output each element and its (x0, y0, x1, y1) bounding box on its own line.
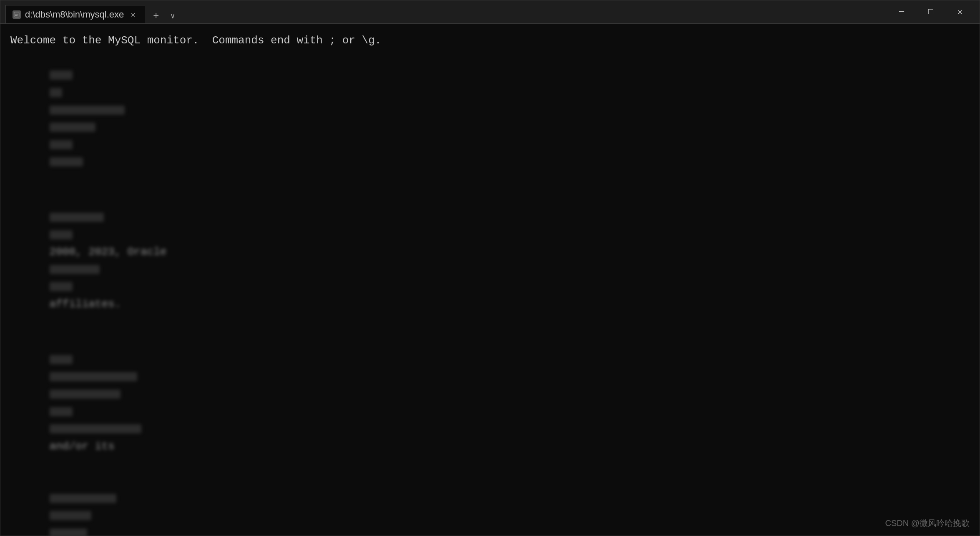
maximize-button[interactable]: □ (916, 0, 945, 24)
terminal-line-license2: ay be used (10, 473, 970, 536)
close-button[interactable]: ✕ (945, 0, 975, 24)
tab-close-button[interactable]: ✕ (128, 10, 138, 20)
terminal-window: d:\dbs\m8\bin\mysql.exe ✕ + ∨ ─ □ ✕ Welc… (0, 0, 980, 536)
tab-title: d:\dbs\m8\bin\mysql.exe (25, 9, 124, 20)
terminal-body[interactable]: Welcome to the MySQL monitor. Commands e… (0, 24, 980, 536)
svg-rect-0 (14, 12, 19, 17)
svg-rect-1 (15, 14, 18, 15)
active-tab[interactable]: d:\dbs\m8\bin\mysql.exe ✕ (5, 5, 145, 23)
terminal-line-welcome: Welcome to the MySQL monitor. Commands e… (10, 32, 970, 50)
terminal-line-license1: and/or its (10, 334, 970, 473)
watermark: CSDN @微风吟哈挽歌 (885, 518, 970, 529)
tab-bar: d:\dbs\m8\bin\mysql.exe ✕ + ∨ (5, 0, 887, 23)
title-bar: d:\dbs\m8\bin\mysql.exe ✕ + ∨ ─ □ ✕ (0, 0, 980, 24)
tab-dropdown-button[interactable]: ∨ (165, 8, 180, 23)
tab-icon (13, 10, 21, 19)
window-controls: ─ □ ✕ (887, 0, 975, 24)
minimize-button[interactable]: ─ (887, 0, 916, 24)
terminal-line-copyright: 2000, 2023, Oracle affiliates. (10, 191, 970, 330)
svg-rect-2 (15, 15, 18, 16)
add-tab-button[interactable]: + (148, 8, 163, 23)
terminal-line-version (10, 50, 970, 189)
